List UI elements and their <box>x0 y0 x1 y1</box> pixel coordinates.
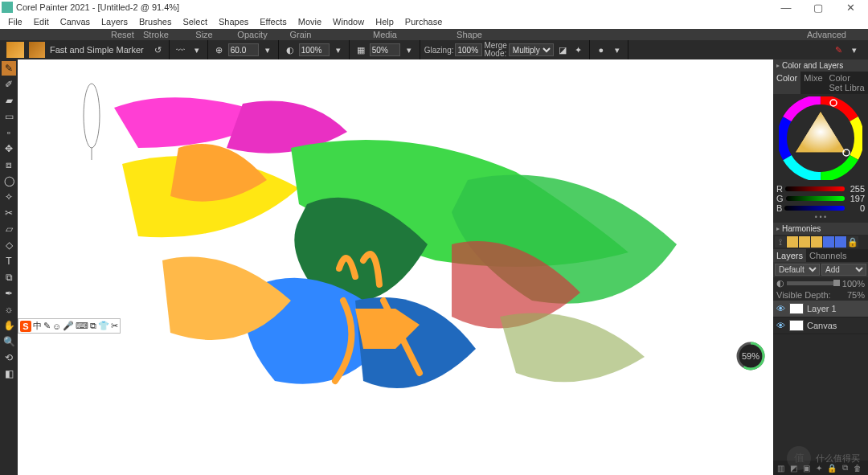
new-layer-icon[interactable]: ▥ <box>775 462 786 473</box>
swatch-0[interactable] <box>787 236 798 248</box>
dropper-tool[interactable]: ✐ <box>2 77 16 92</box>
ime-item-6[interactable]: 👕 <box>98 321 109 331</box>
tab-color-set[interactable]: Color Set Libra <box>826 72 868 94</box>
harmonies-title[interactable]: Harmonies <box>773 223 868 235</box>
layer-row-0[interactable]: 👁 Layer 1 <box>773 301 868 317</box>
right-panel-dock: Color and Layers Color Mixe Color Set Li… <box>773 59 868 475</box>
stroke-options-icon[interactable]: ▾ <box>190 43 204 57</box>
brush-variant-thumb[interactable] <box>29 42 45 58</box>
ime-item-4[interactable]: ⌨ <box>76 321 88 331</box>
magic-wand-tool[interactable]: ✧ <box>2 190 16 204</box>
glazing-input[interactable] <box>455 43 482 56</box>
zoom-tool[interactable]: 🔍 <box>2 334 16 349</box>
brush-name[interactable]: Fast and Simple Marker <box>50 45 144 55</box>
titlebar: Corel Painter 2021 - [Untitled-2 @ 91.4%… <box>0 0 868 14</box>
g-slider[interactable] <box>786 196 845 201</box>
ime-item-5[interactable]: ⧉ <box>90 321 96 331</box>
menu-brushes[interactable]: Brushes <box>134 16 176 27</box>
move-tool[interactable]: ✥ <box>2 141 16 156</box>
swatch-4[interactable] <box>835 236 846 248</box>
canvas[interactable]: S 中 ✎ ☺ 🎤 ⌨ ⧉ 👕 ✂ <box>18 59 773 475</box>
b-slider[interactable] <box>784 206 845 211</box>
maximize-button[interactable]: ▢ <box>802 0 834 14</box>
tab-color[interactable]: Color <box>773 72 800 94</box>
tab-layers[interactable]: Layers <box>773 249 806 262</box>
color-wheel[interactable] <box>773 94 868 182</box>
ime-item-3[interactable]: 🎤 <box>63 321 74 331</box>
menu-movie[interactable]: Movie <box>293 16 326 27</box>
swatch-1[interactable] <box>799 236 810 248</box>
ime-item-0[interactable]: 中 <box>33 320 42 332</box>
ime-item-1[interactable]: ✎ <box>43 321 51 331</box>
shape-round-icon[interactable]: ● <box>594 43 608 57</box>
ime-item-2[interactable]: ☺ <box>52 321 61 331</box>
tab-mixer[interactable]: Mixe <box>800 72 825 94</box>
main-area: ✎ ✐ ▰ ▭ ▫ ✥ ⧈ ◯ ✧ ✂ ▱ ◇ T ⧉ ✒ ☼ ✋ 🔍 ⟲ ◧ <box>0 59 868 475</box>
brush-category-label: Fast and Simple <box>50 45 113 55</box>
layer-row-1[interactable]: 👁 Canvas <box>773 317 868 334</box>
eraser-tool[interactable]: ▭ <box>2 109 16 124</box>
color-swatch-tool[interactable]: ◧ <box>2 366 16 381</box>
merge-mode-select[interactable]: Multiply <box>509 43 554 56</box>
grain-icon: ▦ <box>354 43 368 57</box>
paint-bucket-tool[interactable]: ▰ <box>2 93 16 108</box>
swatch-2[interactable] <box>811 236 822 248</box>
reset-button[interactable]: ↺ <box>151 43 166 57</box>
transform-tool[interactable]: ⧈ <box>2 158 16 172</box>
shape-tool[interactable]: ◇ <box>2 238 16 252</box>
layer-name: Layer 1 <box>807 304 837 313</box>
brush-tool[interactable]: ✎ <box>2 61 16 76</box>
stroke-dab-icon[interactable]: 〰 <box>174 43 188 57</box>
menu-select[interactable]: Select <box>178 16 212 27</box>
minimize-button[interactable]: — <box>770 0 802 14</box>
perspective-tool[interactable]: ▱ <box>2 222 16 236</box>
color-and-layers-title[interactable]: Color and Layers <box>773 59 868 72</box>
clone-tool[interactable]: ⧉ <box>2 270 16 285</box>
menu-edit[interactable]: Edit <box>29 16 54 27</box>
menu-window[interactable]: Window <box>328 16 369 27</box>
swatch-3[interactable] <box>823 236 834 248</box>
rotate-tool[interactable]: ⟲ <box>2 350 16 365</box>
advanced-dropdown-icon[interactable]: ▾ <box>847 43 862 57</box>
brush-category-icon[interactable] <box>6 42 24 58</box>
size-dropdown-icon[interactable]: ▾ <box>260 43 275 57</box>
opacity-dropdown-icon[interactable]: ▾ <box>331 43 346 57</box>
pen-tool[interactable]: ✒ <box>2 286 16 301</box>
close-button[interactable]: ✕ <box>834 0 866 14</box>
media-extra-icon[interactable]: ✦ <box>571 43 586 57</box>
grain-input[interactable] <box>370 43 400 56</box>
blend-mode-select[interactable]: Default <box>775 264 820 276</box>
harmony-icon[interactable]: ⟟ <box>775 236 786 248</box>
ime-toolbar[interactable]: S 中 ✎ ☺ 🎤 ⌨ ⧉ 👕 ✂ <box>18 318 121 334</box>
lasso-tool[interactable]: ◯ <box>2 174 16 188</box>
dodge-tool[interactable]: ☼ <box>2 302 16 317</box>
menu-file[interactable]: File <box>3 16 27 27</box>
harmony-lock-icon[interactable]: 🔒 <box>847 236 858 248</box>
media-flyout-icon[interactable]: ◪ <box>555 43 570 57</box>
head-grain: Grain <box>276 30 325 39</box>
opacity-input[interactable] <box>299 43 330 56</box>
menu-shapes[interactable]: Shapes <box>214 16 253 27</box>
size-input[interactable] <box>228 43 259 56</box>
painting-content <box>18 59 773 475</box>
menu-purchase[interactable]: Purchase <box>400 16 447 27</box>
layer-visibility-icon[interactable]: 👁 <box>776 321 786 330</box>
menu-effects[interactable]: Effects <box>255 16 291 27</box>
crop-tool[interactable]: ✂ <box>2 206 16 220</box>
shape-dropdown-icon[interactable]: ▾ <box>610 43 624 57</box>
selection-tool[interactable]: ▫ <box>2 125 16 140</box>
ime-item-7[interactable]: ✂ <box>111 321 118 331</box>
menu-layers[interactable]: Layers <box>96 16 133 27</box>
svg-text:59%: 59% <box>742 351 760 361</box>
hand-tool[interactable]: ✋ <box>2 318 16 333</box>
text-tool[interactable]: T <box>2 254 16 268</box>
layer-visibility-icon[interactable]: 👁 <box>776 304 786 313</box>
menu-help[interactable]: Help <box>371 16 399 27</box>
grain-dropdown-icon[interactable]: ▾ <box>402 43 416 57</box>
add-layer-select[interactable]: Add <box>821 264 866 276</box>
tab-channels[interactable]: Channels <box>806 249 850 262</box>
r-slider[interactable] <box>785 186 845 191</box>
menu-canvas[interactable]: Canvas <box>55 16 95 27</box>
layer-opacity-slider[interactable] <box>787 281 840 285</box>
advanced-brush-icon[interactable]: ✎ <box>831 43 845 57</box>
